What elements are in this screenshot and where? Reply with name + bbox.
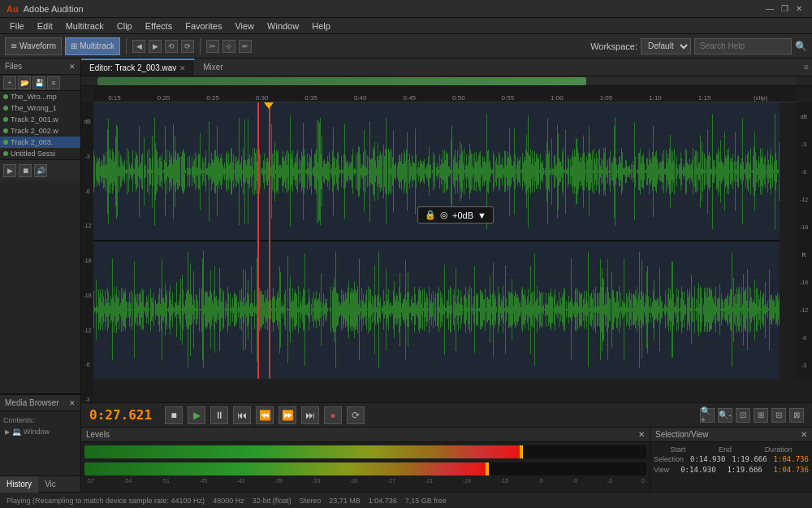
media-browser-panel: Media Browser ✕ Contents: ▶ 💻 Window (0, 394, 80, 475)
files-open-icon[interactable]: 📂 (18, 76, 31, 89)
ruler-mark: 1:00 (551, 94, 564, 102)
toolbar-icon-4[interactable]: ⟳ (181, 40, 194, 53)
scrollbar-overview[interactable] (81, 76, 812, 86)
file-dot-icon (3, 140, 8, 145)
play-icon[interactable]: ▶ (3, 164, 16, 177)
titlebar-title: Adobe Audition (24, 4, 84, 14)
lock-icon: 🔒 (425, 210, 436, 220)
pencil-icon[interactable]: ✏ (239, 40, 252, 53)
files-list: The_Wro...mp The_Wrong_1 Track 2_001.w T… (0, 91, 80, 159)
menu-favorites[interactable]: Favorites (179, 20, 228, 33)
waveform-canvas[interactable] (93, 102, 796, 402)
duration: 1:04.736 (369, 497, 397, 505)
minimize-button[interactable]: — (763, 2, 776, 15)
menu-clip[interactable]: Clip (110, 20, 139, 33)
levels-close-icon[interactable]: ✕ (638, 430, 645, 439)
tab-history[interactable]: History (0, 476, 38, 493)
mixer-tab[interactable]: Mixer (195, 59, 231, 76)
toolbar-icon-2[interactable]: ▶ (149, 40, 162, 53)
record-button[interactable]: ● (324, 406, 342, 424)
waveform-display[interactable]: 0:15 0:20 0:25 0:30 0:35 0:40 0:45 0:50 … (81, 86, 812, 402)
media-content: Contents: ▶ 💻 Window (0, 411, 80, 441)
file-dot-icon (3, 128, 8, 133)
select-icon[interactable]: ⊹ (222, 40, 235, 53)
ruler-mark: 0:30 (256, 94, 269, 102)
files-save-icon[interactable]: 💾 (32, 76, 45, 89)
gain-popup[interactable]: 🔒 ◎ +0dB ▼ (417, 206, 494, 224)
levels-header: Levels ✕ (81, 428, 650, 442)
levels-peak (520, 445, 523, 458)
play-button[interactable]: ▶ (188, 406, 205, 424)
workspace-select[interactable]: Default (641, 38, 691, 54)
cut-icon[interactable]: ✂ (206, 40, 219, 53)
selection-panel: Selection/View ✕ Start End Duration Sele… (650, 428, 812, 492)
stop-icon[interactable]: ⏹ (19, 164, 32, 177)
menu-multitrack[interactable]: Multitrack (59, 20, 110, 33)
file-item[interactable]: Untitled Sessi (0, 148, 80, 159)
file-item-active[interactable]: Track 2_003. (0, 137, 80, 148)
tabs-menu-icon[interactable]: ≡ (804, 63, 809, 72)
app-icon-title: Au (6, 4, 19, 14)
ruler-mark: 0:50 (452, 94, 465, 102)
file-item[interactable]: Track 2_002.w (0, 125, 80, 137)
skip-start-button[interactable]: ⏮ (233, 406, 251, 424)
meter-peak-2 (486, 462, 489, 475)
toolbar: ≋ Waveform ⊞ Multitrack ◀ ▶ ⟲ ⟳ ✂ ⊹ ✏ Wo… (0, 34, 812, 59)
files-new-icon[interactable]: + (3, 76, 16, 89)
zoom-fit-icon[interactable]: ⊡ (736, 408, 750, 423)
toolbar-icon-3[interactable]: ⟲ (165, 40, 178, 53)
files-menu-icon[interactable]: ≡ (47, 76, 60, 89)
time-display: 0:27.621 (89, 407, 152, 423)
volume-icon[interactable]: 🔊 (34, 164, 47, 177)
scrollbar-thumb[interactable] (97, 77, 586, 85)
menu-window[interactable]: Window (261, 20, 305, 33)
gain-dropdown-icon[interactable]: ▼ (477, 211, 486, 220)
zoom-reset-icon[interactable]: ⊞ (754, 408, 768, 423)
files-close-button[interactable]: ✕ (69, 63, 76, 71)
multitrack-button[interactable]: ⊞ Multitrack (65, 37, 120, 55)
menu-view[interactable]: View (228, 20, 261, 33)
bottom-area: Levels ✕ -57-54-51-45-42-39-33-30-27-21-… (81, 427, 812, 492)
zoom-out-icon[interactable]: 🔍- (718, 408, 732, 423)
center-panel: Editor: Track 2_003.wav ✕ Mixer ≡ (81, 59, 812, 492)
toolbar-icon-1[interactable]: ◀ (132, 40, 145, 53)
menu-edit[interactable]: Edit (31, 20, 59, 33)
file-item[interactable]: The_Wro...mp (0, 91, 80, 102)
file-item[interactable]: The_Wrong_1 (0, 102, 80, 114)
waveform-button[interactable]: ≋ Waveform (5, 37, 62, 55)
maximize-button[interactable]: ❐ (778, 2, 791, 15)
zoom-sel-icon[interactable]: ⊟ (771, 408, 786, 423)
search-input[interactable] (694, 38, 792, 54)
media-close-button[interactable]: ✕ (69, 399, 76, 407)
skip-end-button[interactable]: ⏭ (301, 406, 319, 424)
selection-close-icon[interactable]: ✕ (801, 430, 807, 439)
stop-button[interactable]: ■ (165, 406, 183, 424)
pause-button[interactable]: ⏸ (210, 406, 228, 424)
media-item[interactable]: ▶ 💻 Window (3, 426, 77, 437)
loop-button[interactable]: ⟳ (347, 406, 365, 424)
skip-back-button[interactable]: ⏪ (256, 406, 274, 424)
ruler-mark: 0:45 (403, 94, 416, 102)
ruler-mark: 1:15 (698, 94, 711, 102)
status-text: Playing (Resampling to match device samp… (6, 497, 205, 505)
selection-row: Selection 0:14.930 1:19.666 1:04.736 (654, 455, 809, 463)
gain-icon: ◎ (440, 210, 448, 220)
menu-help[interactable]: Help (305, 20, 337, 33)
zoom-in-icon[interactable]: 🔍+ (700, 408, 715, 423)
tab-vic[interactable]: Vic (38, 476, 63, 493)
menu-effects[interactable]: Effects (139, 20, 179, 33)
file-dot-icon (3, 94, 8, 99)
zoom-full-icon[interactable]: ⊠ (789, 408, 804, 423)
toolbar-separator (126, 38, 127, 54)
editor-tab-waveform[interactable]: Editor: Track 2_003.wav ✕ (81, 59, 195, 76)
close-button[interactable]: ✕ (793, 2, 806, 15)
search-icon[interactable]: 🔍 (795, 41, 807, 52)
levels-content: -57-54-51-45-42-39-33-30-27-21-18-15-9-6… (81, 442, 650, 492)
gain-value: +0dB (452, 211, 473, 220)
menu-file[interactable]: File (3, 20, 31, 33)
skip-forward-button[interactable]: ⏩ (279, 406, 296, 424)
levels-meter-2 (84, 462, 646, 475)
file-item[interactable]: Track 2_001.w (0, 114, 80, 125)
levels-meter (84, 445, 646, 458)
tab-close-icon[interactable]: ✕ (179, 64, 186, 72)
